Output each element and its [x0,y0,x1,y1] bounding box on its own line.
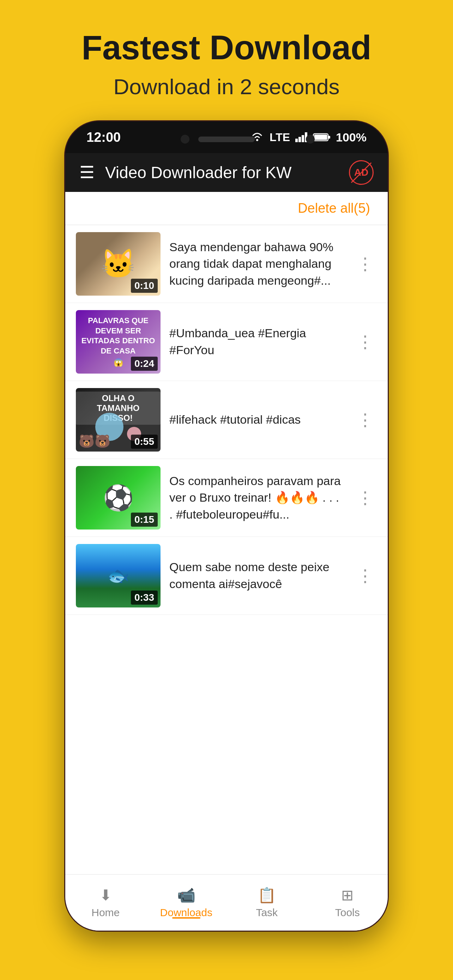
nav-label-downloads: Downloads [160,907,212,919]
app-title: Video Downloader for KW [105,163,339,182]
bear-emojis: 🐻🐻 [79,434,110,449]
video-duration: 0:24 [131,356,158,371]
video-title: Saya mendengar bahawa 90% orang tidak da… [169,240,334,287]
status-bar: 12:00 LTE [65,121,388,153]
video-thumbnail: ⚽ 0:15 [76,466,161,530]
svg-rect-3 [302,135,304,142]
video-thumbnail: 🐟 0:33 [76,544,161,608]
video-info: Os companheiros paravam para ver o Bruxo… [169,471,344,525]
more-options-icon[interactable]: ⋮ [353,406,377,433]
power-button [388,333,389,382]
video-info: Quem sabe nome deste peixe comenta ai#se… [169,557,344,594]
delete-all-button[interactable]: Delete all(5) [298,201,370,216]
video-info: #lifehack #tutorial #dicas [169,410,344,430]
svg-rect-1 [295,138,298,142]
active-indicator [172,917,200,919]
more-options-icon[interactable]: ⋮ [353,484,377,511]
downloads-icon: 📹 [177,886,196,904]
svg-rect-2 [299,137,301,142]
video-duration: 0:55 [131,434,158,449]
video-duration: 0:15 [131,512,158,527]
nav-item-task[interactable]: 📋 Task [227,886,307,919]
battery-icon [313,133,331,142]
phone-frame: 12:00 LTE [64,120,389,932]
nav-item-home[interactable]: ⬇ Home [65,886,146,919]
video-duration: 0:10 [131,279,158,293]
video-title: Quem sabe nome deste peixe comenta ai#se… [169,560,329,590]
task-icon: 📋 [257,886,276,904]
hero-subtitle: Download in 2 seconds [113,74,339,99]
nav-item-downloads[interactable]: 📹 Downloads [146,886,227,919]
more-options-icon[interactable]: ⋮ [353,328,377,355]
video-item[interactable]: ⚽ 0:15 Os companheiros paravam para ver … [65,459,388,537]
volume-down-button [64,301,65,344]
video-info: Saya mendengar bahawa 90% orang tidak da… [169,237,344,291]
thumb-emoji: 😱 [114,358,123,368]
menu-icon[interactable]: ☰ [79,164,95,181]
bottom-nav: ⬇ Home 📹 Downloads 📋 Task ⊞ Tools [65,874,388,931]
more-options-icon[interactable]: ⋮ [353,250,377,277]
svg-rect-7 [314,135,327,140]
nav-label-tools: Tools [335,907,360,919]
home-icon: ⬇ [100,886,112,904]
video-item[interactable]: 🐟 0:33 Quem sabe nome deste peixe coment… [65,537,388,615]
tools-icon: ⊞ [341,886,353,904]
nav-item-tools[interactable]: ⊞ Tools [307,886,388,919]
volume-up-button [64,262,65,291]
video-title: Os companheiros paravam para ver o Bruxo… [169,474,341,521]
video-item[interactable]: 🐱 0:10 Saya mendengar bahawa 90% orang t… [65,225,388,303]
thumb-overlay-text: PALAVRAS QUE DEVEM SER EVITADAS DENTRO D… [79,316,157,356]
video-item[interactable]: OLHA O TAMANHO DISSO! 🐻🐻 0:55 #lifehack … [65,381,388,459]
nav-label-task: Task [256,907,278,919]
video-list: 🐱 0:10 Saya mendengar bahawa 90% orang t… [65,225,388,615]
status-time: 12:00 [86,130,121,145]
video-title: #Umbanda_uea #Energia #ForYou [169,326,306,356]
svg-point-0 [256,139,258,141]
speaker [198,137,255,142]
selfie-camera [306,135,315,143]
video-info: #Umbanda_uea #Energia #ForYou [169,323,344,360]
video-duration: 0:33 [131,590,158,605]
more-options-icon[interactable]: ⋮ [353,562,377,589]
content-area: Delete all(5) 🐱 0:10 Saya mendengar baha… [65,192,388,931]
ad-label: AD [354,167,368,178]
video-title: #lifehack #tutorial #dicas [169,413,300,426]
battery-percentage: 100% [336,130,367,144]
video-item[interactable]: PALAVRAS QUE DEVEM SER EVITADAS DENTRO D… [65,303,388,381]
video-thumbnail: PALAVRAS QUE DEVEM SER EVITADAS DENTRO D… [76,310,161,374]
bixby-button [64,354,65,396]
delete-all-bar: Delete all(5) [65,192,388,225]
phone-screen: 12:00 LTE [65,121,388,931]
app-header: ☰ Video Downloader for KW AD [65,153,388,192]
lte-indicator: LTE [270,131,290,144]
hero-title: Fastest Download [81,28,371,67]
video-thumbnail: 🐱 0:10 [76,232,161,296]
ad-badge[interactable]: AD [349,160,374,185]
svg-rect-6 [328,136,330,138]
nav-label-home: Home [91,907,119,919]
video-thumbnail: OLHA O TAMANHO DISSO! 🐻🐻 0:55 [76,388,161,452]
front-camera [181,135,189,143]
